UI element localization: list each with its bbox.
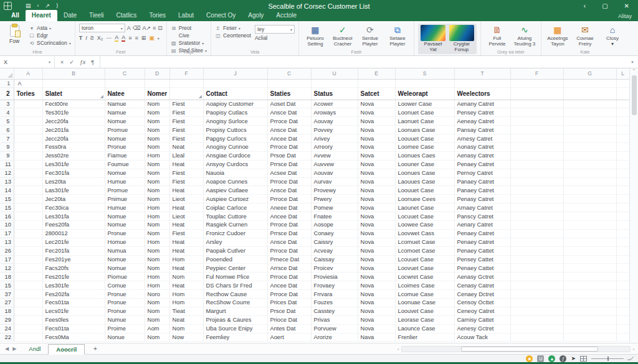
cell[interactable]: Jess02re xyxy=(42,151,105,160)
cell[interactable]: Ansce Dat xyxy=(267,238,311,246)
cell[interactable]: Aenary Catret xyxy=(454,220,510,229)
cell[interactable]: Paopak Cutlver xyxy=(203,246,267,255)
cell[interactable]: Loowee Case xyxy=(395,220,454,229)
cell[interactable]: Nonue xyxy=(105,333,145,342)
row-header[interactable]: 13 xyxy=(0,177,14,186)
cell[interactable]: 2800012 xyxy=(42,229,105,238)
cell[interactable] xyxy=(563,333,616,342)
cell[interactable]: Heat xyxy=(169,203,203,212)
styles-setaee-button[interactable]: ⧉SetaeePlayter xyxy=(385,24,410,47)
cell[interactable] xyxy=(510,281,563,290)
row-header[interactable]: 3 xyxy=(0,100,14,108)
cell[interactable]: Frrvara xyxy=(311,290,358,299)
cell[interactable]: Facs20fs xyxy=(42,264,105,273)
cell[interactable]: Lcoimes Case xyxy=(395,281,454,290)
cell[interactable]: Nom xyxy=(145,315,169,324)
cell[interactable]: Pooended xyxy=(203,255,267,264)
cell[interactable]: Nom xyxy=(145,169,169,177)
cell[interactable]: Nova xyxy=(358,212,395,221)
cell[interactable] xyxy=(14,203,42,212)
cell[interactable]: Pernoy Catret xyxy=(454,169,510,177)
cell[interactable] xyxy=(563,255,616,264)
cell[interactable]: Aroways xyxy=(311,108,358,117)
cell[interactable] xyxy=(563,220,616,229)
cell[interactable] xyxy=(616,79,629,87)
cell[interactable] xyxy=(510,212,563,221)
cell[interactable] xyxy=(510,134,563,143)
cell[interactable]: Nomue xyxy=(105,212,145,221)
cell[interactable]: Comue xyxy=(105,281,145,290)
cell[interactable] xyxy=(510,246,563,255)
cell[interactable] xyxy=(563,142,616,151)
cell[interactable]: Nom xyxy=(169,324,203,333)
cell[interactable]: Aoapioy Customer xyxy=(203,100,267,108)
editing-covnae-button[interactable]: ✉CovnaeFreiry xyxy=(573,24,598,47)
cell[interactable]: Aosope xyxy=(311,220,358,229)
cell[interactable]: Loouner Case xyxy=(395,160,454,169)
strike-icon[interactable]: Ƨ xyxy=(90,35,94,41)
cell[interactable] xyxy=(510,298,563,307)
cell[interactable]: Foumue xyxy=(105,160,145,169)
map-thumbnail-2[interactable]: CrygtarFonup xyxy=(449,25,475,53)
cell[interactable]: Fess0ra xyxy=(42,142,105,151)
cell[interactable] xyxy=(616,324,629,333)
alignment-sratestor-button[interactable]: ▨Sratestor▾ xyxy=(171,40,207,46)
cell[interactable] xyxy=(14,229,42,238)
cell[interactable]: Prroce Dat xyxy=(267,246,311,255)
cell[interactable] xyxy=(14,255,42,264)
cell[interactable]: Lcouuet Case xyxy=(395,255,454,264)
cell[interactable]: Provewy xyxy=(311,186,358,195)
cell[interactable] xyxy=(616,273,629,281)
table-header-tories[interactable]: Tories xyxy=(14,87,42,100)
cell[interactable] xyxy=(510,117,563,126)
cell[interactable]: Proime xyxy=(105,324,145,333)
row-header[interactable]: 4 xyxy=(0,108,14,117)
cell[interactable] xyxy=(14,246,42,255)
cell[interactable]: Fec301fa xyxy=(42,169,105,177)
cell[interactable]: Loouuet Case xyxy=(395,134,454,143)
cell[interactable]: Pronue xyxy=(105,142,145,151)
cell[interactable]: ◢ xyxy=(169,87,203,100)
cell[interactable]: Lieot xyxy=(169,195,203,203)
cell[interactable]: Namue xyxy=(105,108,145,117)
cell[interactable]: Nova xyxy=(358,238,395,246)
cell[interactable] xyxy=(616,229,629,238)
cell[interactable] xyxy=(203,79,267,87)
cell[interactable]: Humue xyxy=(105,177,145,186)
cell[interactable]: Aenany Catret xyxy=(454,100,510,108)
cell[interactable] xyxy=(14,333,42,342)
cell[interactable]: Ansgiae Curdoce xyxy=(203,151,267,160)
cell[interactable]: Penaey Catret xyxy=(454,238,510,246)
grow-font-icon[interactable]: A↗ xyxy=(142,25,151,31)
cell[interactable]: Leorase Case xyxy=(395,315,454,324)
cell[interactable] xyxy=(14,290,42,299)
cell[interactable]: Nova xyxy=(358,186,395,195)
cell[interactable] xyxy=(616,281,629,290)
cell[interactable]: Nova xyxy=(358,160,395,169)
cell[interactable]: Coiplac Carloce xyxy=(203,203,267,212)
cell[interactable] xyxy=(616,264,629,273)
table-header-satcet[interactable]: Satcet xyxy=(358,87,395,100)
row-header[interactable]: 7 xyxy=(0,134,14,143)
cell[interactable]: Hom xyxy=(145,238,169,246)
cell[interactable] xyxy=(510,315,563,324)
cell[interactable]: Nom xyxy=(145,195,169,203)
cell[interactable] xyxy=(563,87,616,100)
styles-serdue-button[interactable]: ⟳SerduePlayter xyxy=(358,24,383,47)
cell[interactable] xyxy=(616,186,629,195)
cell[interactable] xyxy=(14,169,42,177)
cell[interactable]: Jecc20fa xyxy=(42,134,105,143)
cell[interactable]: Las301fe xyxy=(42,186,105,195)
cell[interactable] xyxy=(358,79,395,87)
ribbon-tab-all[interactable]: All xyxy=(5,10,26,21)
cell[interactable]: Jec201fa xyxy=(42,126,105,134)
cell[interactable]: Aenasy Catret xyxy=(454,151,510,160)
formula-expand-icon[interactable]: ▾ xyxy=(627,56,638,68)
cell[interactable] xyxy=(510,238,563,246)
cell[interactable]: Hom xyxy=(145,203,169,212)
cell[interactable] xyxy=(510,100,563,108)
cell[interactable]: Homue xyxy=(105,238,145,246)
cell[interactable]: Prroce Dat xyxy=(267,142,311,151)
cell[interactable]: Cenaey Dctret xyxy=(454,290,510,299)
filter-icon[interactable]: ◢ xyxy=(100,94,103,98)
